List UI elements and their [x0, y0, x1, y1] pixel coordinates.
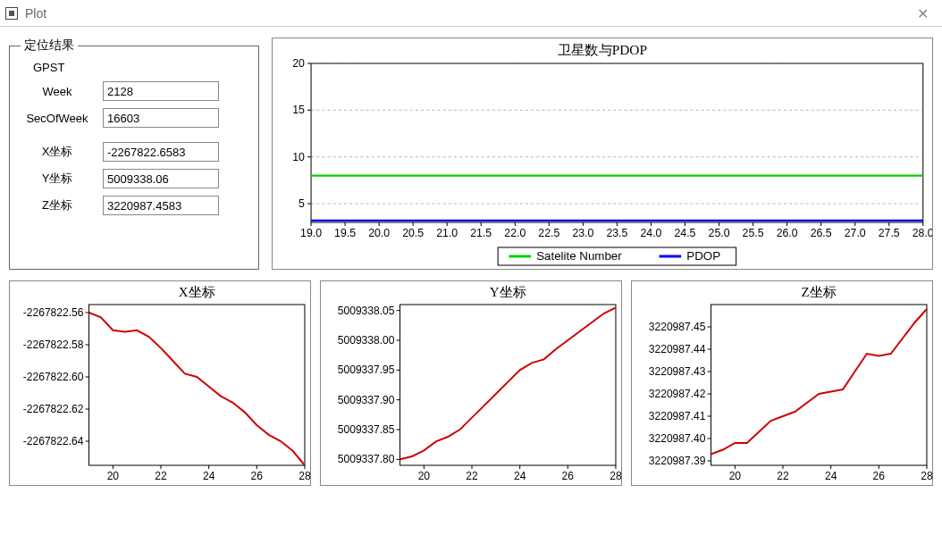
svg-text:-2267822.56: -2267822.56	[23, 306, 84, 319]
y-label: Y坐标	[21, 171, 94, 187]
svg-text:22: 22	[466, 470, 478, 482]
chart-y: Y坐标5009338.055009338.005009337.955009337…	[320, 280, 622, 486]
svg-text:28: 28	[921, 470, 932, 482]
svg-text:3220987.41: 3220987.41	[649, 410, 706, 422]
svg-text:28: 28	[610, 470, 621, 482]
svg-text:10: 10	[292, 151, 305, 163]
svg-text:-2267822.60: -2267822.60	[23, 371, 84, 383]
group-legend: 定位结果	[21, 38, 78, 54]
chart-sat-pdop: 卫星数与PDOP510152019.019.520.020.521.021.52…	[272, 38, 933, 270]
svg-text:5009337.85: 5009337.85	[338, 423, 395, 436]
svg-text:20.5: 20.5	[402, 227, 424, 239]
svg-text:3220987.40: 3220987.40	[649, 432, 706, 445]
svg-text:Z坐标: Z坐标	[802, 285, 837, 299]
svg-text:22: 22	[155, 470, 167, 482]
close-button[interactable]: ✕	[913, 4, 931, 22]
sow-input[interactable]	[103, 108, 219, 128]
y-input[interactable]	[103, 169, 219, 188]
svg-text:卫星数与PDOP: 卫星数与PDOP	[558, 42, 647, 57]
svg-text:19.5: 19.5	[334, 227, 356, 239]
window-title: Plot	[25, 6, 46, 21]
svg-text:27.0: 27.0	[845, 227, 866, 239]
gpst-label: GPST	[33, 61, 248, 74]
svg-text:5: 5	[299, 197, 305, 210]
svg-text:20.0: 20.0	[368, 227, 390, 239]
svg-text:15: 15	[292, 104, 305, 116]
svg-text:5009338.00: 5009338.00	[338, 334, 395, 347]
svg-text:5009337.80: 5009337.80	[338, 453, 395, 465]
svg-text:3220987.42: 3220987.42	[649, 388, 706, 400]
svg-text:-2267822.58: -2267822.58	[23, 339, 84, 351]
svg-text:-2267822.64: -2267822.64	[23, 435, 84, 447]
svg-text:24: 24	[825, 470, 837, 482]
svg-text:26.0: 26.0	[777, 227, 798, 239]
svg-text:PDOP: PDOP	[686, 249, 720, 263]
svg-text:-2267822.62: -2267822.62	[23, 403, 84, 415]
svg-text:28: 28	[299, 470, 310, 482]
app-icon	[5, 7, 18, 20]
svg-text:25.0: 25.0	[709, 227, 730, 239]
svg-text:26: 26	[251, 470, 264, 482]
svg-text:Satelite Number: Satelite Number	[536, 249, 622, 263]
svg-text:23.5: 23.5	[606, 227, 627, 239]
svg-text:22.5: 22.5	[538, 227, 559, 239]
svg-text:5009338.05: 5009338.05	[338, 305, 395, 317]
svg-text:26: 26	[873, 470, 886, 482]
week-label: Week	[21, 85, 94, 98]
svg-text:5009337.95: 5009337.95	[338, 364, 395, 376]
svg-rect-60	[89, 305, 305, 465]
svg-text:25.5: 25.5	[743, 227, 764, 239]
svg-text:20: 20	[107, 470, 120, 482]
x-label: X坐标	[21, 144, 94, 160]
svg-text:20: 20	[292, 57, 305, 70]
svg-text:26: 26	[562, 470, 575, 482]
svg-text:24: 24	[514, 470, 526, 482]
svg-text:20: 20	[729, 470, 742, 482]
z-label: Z坐标	[21, 197, 94, 213]
x-input[interactable]	[103, 142, 219, 162]
svg-text:24.0: 24.0	[640, 227, 661, 239]
positioning-result-group: 定位结果 GPST Week SecOfWeek X坐标 Y坐标 Z坐标	[9, 38, 259, 270]
svg-rect-1	[311, 63, 923, 222]
sow-label: SecOfWeek	[21, 112, 94, 125]
svg-text:20: 20	[418, 470, 431, 482]
chart-z: Z坐标3220987.453220987.443220987.433220987…	[631, 280, 933, 486]
client-area: 定位结果 GPST Week SecOfWeek X坐标 Y坐标 Z坐标	[0, 27, 942, 495]
svg-text:22: 22	[777, 470, 789, 482]
svg-rect-106	[711, 305, 927, 465]
svg-text:22.0: 22.0	[504, 227, 526, 239]
svg-text:24: 24	[203, 470, 215, 482]
svg-text:3220987.44: 3220987.44	[649, 343, 706, 355]
svg-text:28.0: 28.0	[913, 227, 932, 239]
z-input[interactable]	[103, 196, 219, 215]
svg-text:21.0: 21.0	[436, 227, 458, 239]
chart-x: X坐标-2267822.56-2267822.58-2267822.60-226…	[9, 280, 311, 486]
svg-text:Y坐标: Y坐标	[490, 285, 526, 299]
svg-text:27.5: 27.5	[879, 227, 900, 239]
svg-text:23.0: 23.0	[572, 227, 593, 239]
svg-text:3220987.43: 3220987.43	[649, 365, 706, 378]
svg-text:5009337.90: 5009337.90	[338, 394, 395, 406]
svg-text:3220987.39: 3220987.39	[649, 455, 706, 467]
svg-text:21.5: 21.5	[470, 227, 492, 239]
svg-text:3220987.45: 3220987.45	[649, 321, 706, 333]
title-bar: Plot ✕	[0, 0, 942, 27]
svg-text:24.5: 24.5	[675, 227, 696, 239]
week-input[interactable]	[103, 81, 219, 101]
svg-text:19.0: 19.0	[300, 227, 322, 239]
svg-text:26.5: 26.5	[811, 227, 832, 239]
svg-text:X坐标: X坐标	[179, 285, 215, 299]
